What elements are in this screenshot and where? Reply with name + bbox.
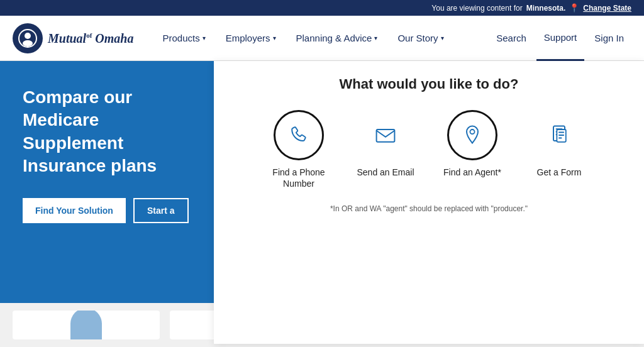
find-agent-option[interactable]: Find an Agent*: [438, 110, 507, 178]
employers-chevron: ▾: [273, 35, 276, 41]
hero-buttons: Find Your Solution Start a: [23, 198, 191, 223]
viewing-text: You are viewing content for: [431, 4, 522, 13]
email-label: Send an Email: [357, 167, 414, 178]
nav-planning[interactable]: Planning & Advice ▾: [286, 16, 388, 61]
svg-rect-12: [558, 138, 562, 139]
state-name: Minnesota.: [526, 4, 566, 13]
change-state-link[interactable]: Change State: [583, 4, 631, 13]
location-icon: 📍: [569, 3, 579, 13]
svg-rect-10: [558, 132, 564, 133]
form-icon-wrap: [534, 110, 584, 160]
main-content: Compare our Medicare Supplement Insuranc…: [0, 61, 644, 344]
form-icon: [548, 124, 570, 146]
main-nav: Mutualof Omaha Products ▾ Employers ▾ Pl…: [0, 16, 644, 61]
planning-chevron: ▾: [374, 35, 377, 41]
nav-products[interactable]: Products ▾: [152, 16, 215, 61]
hero-headline: Compare our Medicare Supplement Insuranc…: [23, 86, 191, 178]
agent-icon: [461, 124, 484, 146]
logo-text: Mutualof Omaha: [48, 30, 133, 47]
find-phone-option[interactable]: Find a Phone Number: [264, 110, 333, 189]
support-note: *In OR and WA "agent" should be replaced…: [330, 204, 528, 213]
get-form-option[interactable]: Get a Form: [525, 110, 594, 178]
svg-rect-11: [558, 135, 564, 136]
ourstory-chevron: ▾: [441, 35, 444, 41]
products-chevron: ▾: [203, 35, 206, 41]
top-bar: You are viewing content for Minnesota. 📍…: [0, 0, 644, 16]
support-panel: What would you like to do? Find a Phone …: [214, 61, 644, 344]
nav-search[interactable]: Search: [489, 16, 534, 61]
nav-links: Products ▾ Employers ▾ Planning & Advice…: [152, 16, 489, 61]
svg-point-1: [25, 33, 31, 39]
svg-point-4: [470, 129, 474, 134]
logo-icon: [13, 23, 43, 53]
email-icon-wrap: [360, 110, 411, 160]
email-icon: [374, 124, 397, 146]
svg-rect-3: [377, 129, 395, 142]
support-options: Find a Phone Number Send an Email: [264, 110, 594, 189]
agent-label: Find an Agent*: [443, 167, 501, 178]
logo[interactable]: Mutualof Omaha: [13, 23, 133, 53]
hero-section: Compare our Medicare Supplement Insuranc…: [0, 61, 214, 344]
agent-icon-wrap: [447, 110, 497, 160]
card-1-icon: [70, 311, 102, 339]
phone-icon: [287, 124, 310, 146]
svg-point-2: [23, 40, 33, 47]
nav-employers[interactable]: Employers ▾: [216, 16, 286, 61]
find-solution-button[interactable]: Find Your Solution: [23, 198, 126, 223]
form-label: Get a Form: [537, 167, 582, 178]
phone-label: Find a Phone Number: [264, 167, 333, 189]
support-title: What would you like to do?: [340, 76, 519, 92]
nav-ourstory[interactable]: Our Story ▾: [387, 16, 453, 61]
start-button[interactable]: Start a: [133, 198, 189, 223]
send-email-option[interactable]: Send an Email: [351, 110, 420, 178]
phone-icon-wrap: [274, 110, 324, 160]
nav-right: Search Support Sign In: [489, 16, 631, 61]
nav-support[interactable]: Support: [536, 16, 585, 61]
nav-signin[interactable]: Sign In: [587, 16, 631, 61]
bottom-card-1[interactable]: [13, 311, 160, 339]
